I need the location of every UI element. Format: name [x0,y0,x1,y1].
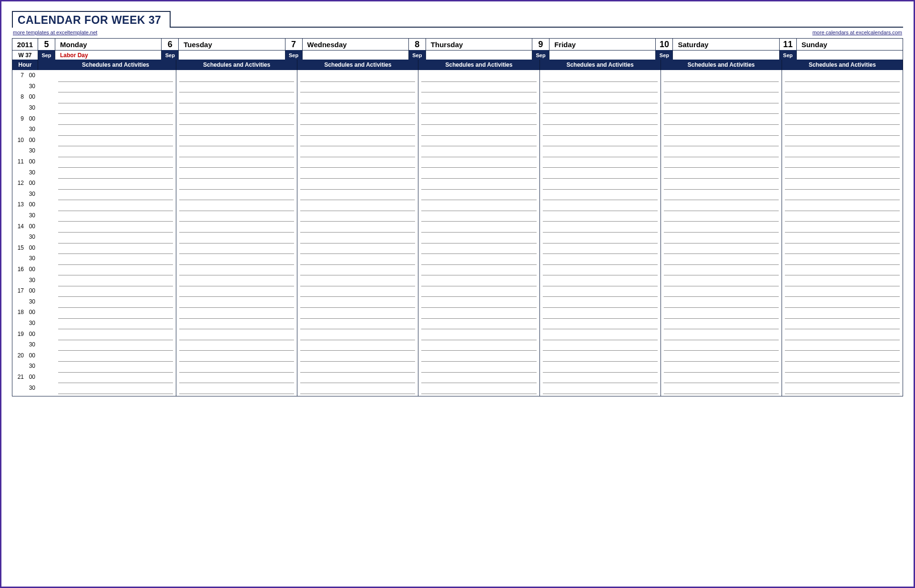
schedule-slot[interactable] [297,364,418,375]
schedule-slot[interactable] [782,127,903,138]
schedule-slot[interactable] [176,181,297,192]
schedule-slot[interactable] [55,223,176,234]
schedule-slot[interactable] [297,353,418,364]
schedule-slot[interactable] [661,105,782,116]
schedule-slot[interactable] [540,256,661,267]
schedule-slot[interactable] [661,202,782,213]
schedule-slot[interactable] [176,94,297,105]
schedule-slot[interactable] [661,342,782,353]
schedule-slot[interactable] [176,223,297,234]
schedule-slot[interactable] [297,138,418,149]
schedule-slot[interactable] [782,105,903,116]
schedule-slot[interactable] [661,127,782,138]
schedule-slot[interactable] [661,192,782,203]
schedule-slot[interactable] [661,73,782,84]
schedule-slot[interactable] [661,256,782,267]
schedule-slot[interactable] [418,375,539,385]
schedule-slot[interactable] [661,84,782,95]
schedule-slot[interactable] [540,267,661,278]
schedule-slot[interactable] [176,202,297,213]
schedule-slot[interactable] [782,213,903,224]
schedule-slot[interactable] [297,267,418,278]
schedule-slot[interactable] [418,223,539,234]
schedule-slot[interactable] [418,288,539,299]
schedule-slot[interactable] [661,181,782,192]
schedule-slot[interactable] [55,353,176,364]
schedule-slot[interactable] [661,267,782,278]
schedule-slot[interactable] [782,375,903,385]
schedule-slot[interactable] [661,223,782,234]
schedule-slot[interactable] [540,234,661,245]
schedule-slot[interactable] [176,364,297,375]
schedule-slot[interactable] [418,364,539,375]
schedule-slot[interactable] [297,331,418,342]
schedule-slot[interactable] [176,234,297,245]
schedule-slot[interactable] [176,267,297,278]
link-more-templates[interactable]: more templates at exceltemplate.net [13,30,97,35]
schedule-slot[interactable] [661,213,782,224]
schedule-slot[interactable] [661,234,782,245]
schedule-slot[interactable] [176,245,297,256]
schedule-slot[interactable] [297,375,418,385]
schedule-slot[interactable] [55,385,176,396]
schedule-slot[interactable] [55,105,176,116]
schedule-slot[interactable] [55,331,176,342]
schedule-slot[interactable] [782,342,903,353]
schedule-slot[interactable] [297,223,418,234]
schedule-slot[interactable] [540,223,661,234]
schedule-slot[interactable] [540,353,661,364]
schedule-slot[interactable] [55,181,176,192]
schedule-slot[interactable] [176,277,297,288]
schedule-slot[interactable] [782,148,903,159]
schedule-slot[interactable] [540,94,661,105]
schedule-slot[interactable] [782,353,903,364]
schedule-slot[interactable] [540,310,661,321]
schedule-slot[interactable] [418,116,539,127]
schedule-slot[interactable] [661,148,782,159]
schedule-slot[interactable] [55,342,176,353]
schedule-slot[interactable] [782,192,903,203]
schedule-slot[interactable] [176,105,297,116]
schedule-slot[interactable] [55,73,176,84]
schedule-slot[interactable] [176,321,297,332]
schedule-slot[interactable] [297,321,418,332]
schedule-slot[interactable] [55,364,176,375]
schedule-slot[interactable] [55,84,176,95]
schedule-slot[interactable] [297,73,418,84]
schedule-slot[interactable] [297,256,418,267]
schedule-slot[interactable] [418,245,539,256]
schedule-slot[interactable] [540,159,661,170]
schedule-slot[interactable] [176,385,297,396]
schedule-slot[interactable] [661,353,782,364]
schedule-slot[interactable] [176,256,297,267]
schedule-slot[interactable] [782,138,903,149]
schedule-slot[interactable] [418,321,539,332]
schedule-slot[interactable] [418,202,539,213]
schedule-slot[interactable] [540,245,661,256]
schedule-slot[interactable] [176,148,297,159]
schedule-slot[interactable] [540,84,661,95]
schedule-slot[interactable] [540,375,661,385]
schedule-slot[interactable] [176,73,297,84]
schedule-slot[interactable] [540,213,661,224]
schedule-slot[interactable] [418,94,539,105]
schedule-slot[interactable] [661,245,782,256]
schedule-slot[interactable] [55,148,176,159]
schedule-slot[interactable] [540,385,661,396]
schedule-slot[interactable] [176,192,297,203]
schedule-slot[interactable] [540,116,661,127]
schedule-slot[interactable] [55,116,176,127]
schedule-slot[interactable] [55,170,176,181]
schedule-slot[interactable] [418,127,539,138]
schedule-slot[interactable] [55,288,176,299]
schedule-slot[interactable] [782,364,903,375]
schedule-slot[interactable] [297,277,418,288]
schedule-slot[interactable] [176,310,297,321]
schedule-slot[interactable] [540,288,661,299]
schedule-slot[interactable] [782,267,903,278]
schedule-slot[interactable] [540,148,661,159]
schedule-slot[interactable] [418,159,539,170]
schedule-slot[interactable] [540,299,661,310]
schedule-slot[interactable] [418,342,539,353]
schedule-slot[interactable] [297,245,418,256]
